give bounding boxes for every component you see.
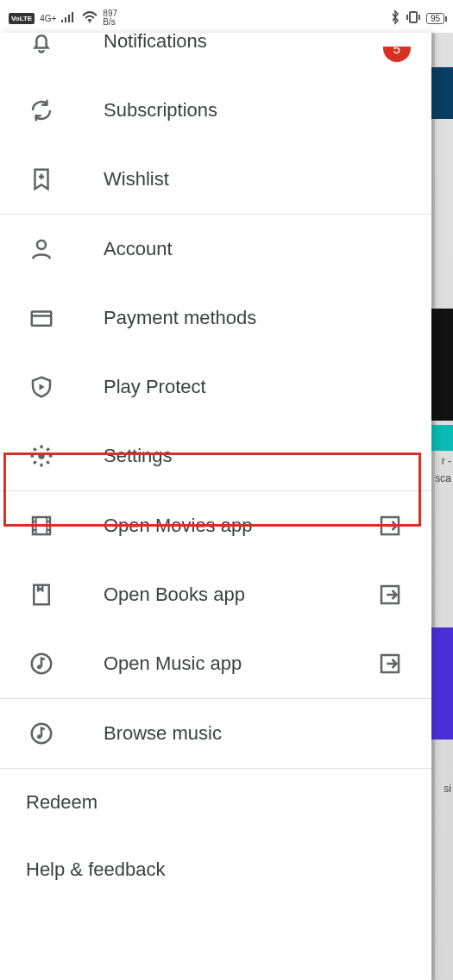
- data-speed: 897 B/s: [103, 9, 117, 27]
- bluetooth-icon: [390, 9, 400, 28]
- open-external-icon: [374, 579, 406, 610]
- menu-item-label: Play Protect: [104, 376, 206, 398]
- status-left: VoLTE 4G+ 897 B/s: [9, 9, 117, 27]
- status-bar: VoLTE 4G+ 897 B/s 95: [0, 0, 453, 33]
- music-icon: [26, 648, 57, 679]
- menu-item-help-feedback[interactable]: Help & feedback: [0, 836, 431, 903]
- volte-badge: VoLTE: [9, 13, 35, 24]
- menu-item-label: Payment methods: [104, 307, 256, 329]
- menu-item-play-protect[interactable]: Play Protect: [0, 353, 431, 421]
- bell-icon: [26, 33, 57, 57]
- bg-text: si: [444, 783, 451, 795]
- movie-icon: [26, 510, 57, 541]
- open-external-icon: [374, 648, 406, 679]
- music-icon: [26, 718, 57, 749]
- wifi-icon: [82, 11, 98, 26]
- menu-item-open-books[interactable]: Open Books app: [0, 560, 431, 629]
- shield-play-icon: [26, 371, 57, 403]
- menu-item-open-movies[interactable]: Open Movies app: [0, 491, 431, 560]
- menu-item-wishlist[interactable]: Wishlist: [0, 145, 431, 214]
- menu-item-payment-methods[interactable]: Payment methods: [0, 284, 431, 353]
- menu-item-label: Redeem: [26, 791, 98, 814]
- menu-item-browse-music[interactable]: Browse music: [0, 699, 431, 768]
- battery-indicator: 95: [426, 13, 444, 24]
- bg-text: r -: [442, 455, 451, 467]
- menu-item-subscriptions[interactable]: Subscriptions: [0, 76, 431, 145]
- vibrate-icon: [406, 10, 421, 27]
- menu-item-label: Open Books app: [104, 584, 245, 606]
- menu-item-open-music[interactable]: Open Music app: [0, 629, 431, 698]
- menu-item-settings[interactable]: Settings: [0, 421, 431, 490]
- speed-unit: B/s: [103, 18, 117, 27]
- svg-point-4: [38, 453, 45, 459]
- menu-item-label: Browse music: [104, 722, 222, 745]
- menu-item-redeem[interactable]: Redeem: [0, 769, 431, 836]
- book-icon: [26, 579, 57, 610]
- network-indicator: 4G+: [40, 14, 56, 23]
- menu-item-notifications[interactable]: Notifications: [0, 33, 431, 76]
- menu-item-label: Open Music app: [104, 652, 242, 675]
- menu-item-label: Settings: [104, 445, 173, 467]
- svg-point-0: [89, 21, 91, 22]
- svg-point-2: [37, 240, 46, 249]
- navigation-drawer[interactable]: 5 Notifications Subscriptions Wishlist: [0, 33, 431, 980]
- menu-item-label: Wishlist: [104, 168, 169, 190]
- bg-text: sca: [435, 472, 451, 484]
- refresh-icon: [26, 95, 57, 126]
- svg-rect-1: [410, 12, 417, 22]
- menu-item-label: Open Movies app: [104, 515, 252, 537]
- menu-item-label: Subscriptions: [104, 99, 217, 122]
- svg-rect-3: [32, 312, 52, 326]
- status-right: 95: [390, 9, 444, 28]
- gear-icon: [26, 440, 57, 471]
- bookmark-plus-icon: [26, 164, 57, 195]
- background-peek: r - sca si: [431, 33, 453, 980]
- signal-icon: [61, 11, 77, 26]
- menu-item-account[interactable]: Account: [0, 215, 431, 284]
- menu-item-label: Help & feedback: [26, 858, 165, 881]
- person-icon: [26, 234, 57, 265]
- menu-item-label: Account: [104, 238, 173, 260]
- menu-item-label: Notifications: [104, 33, 207, 53]
- card-icon: [26, 303, 57, 334]
- open-external-icon: [374, 510, 406, 541]
